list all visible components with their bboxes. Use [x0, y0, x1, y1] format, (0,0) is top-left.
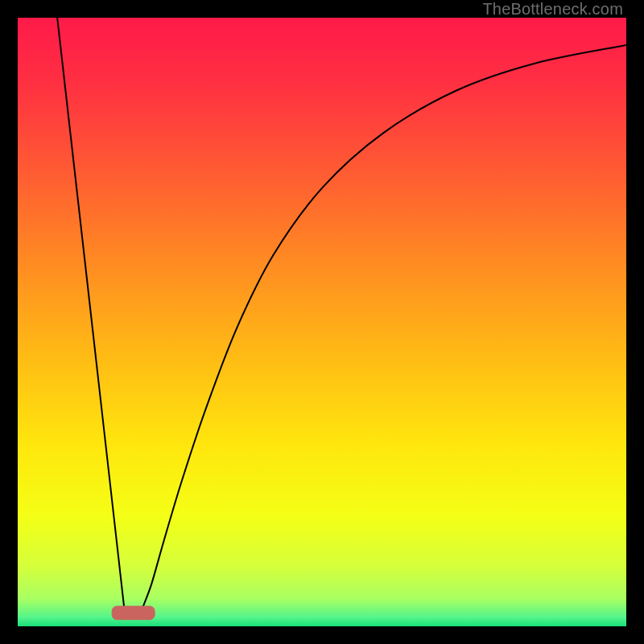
chart-frame — [18, 18, 626, 626]
watermark-text: TheBottleneck.com — [482, 0, 623, 19]
gradient-background — [18, 18, 626, 626]
bottleneck-chart — [18, 18, 626, 626]
optimal-marker — [112, 606, 155, 620]
